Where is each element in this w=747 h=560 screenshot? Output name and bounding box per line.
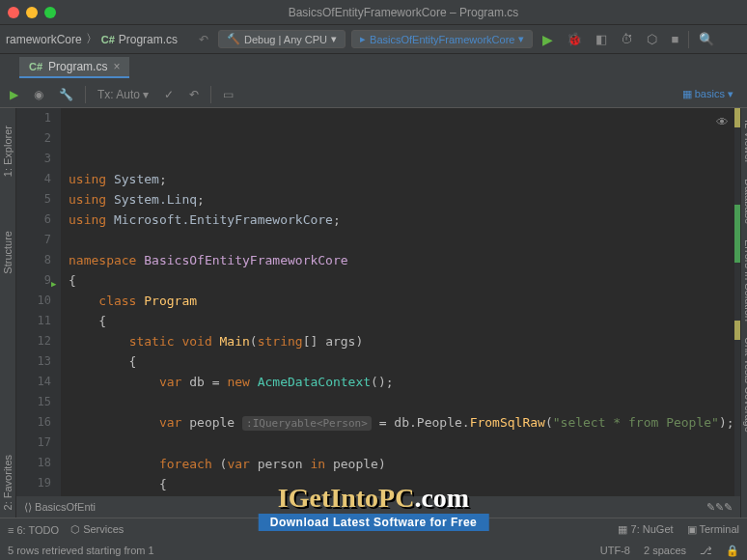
indent-selector[interactable]: 2 spaces [644,545,686,556]
close-tab-button[interactable]: × [113,60,120,73]
rollback-button[interactable]: ↶ [185,86,203,103]
tx-mode-selector[interactable]: Tx: Auto ▾ [94,86,152,103]
close-window-button[interactable] [8,7,19,18]
context-selector[interactable]: ▦ basics ▾ [682,88,733,100]
left-tool-tabs: 1: Explorer Structure 2: Favorites [0,108,16,518]
profile-button[interactable]: ⏱ [617,32,637,46]
attach-button[interactable]: ⬡ [643,32,661,46]
right-tool-tabs: IL Viewer Database Errors In Solution Un… [740,108,747,518]
run-button[interactable]: ▶ [539,32,557,47]
code-structure-icon: ⟨⟩ [24,501,32,514]
services-tab[interactable]: ⬡ Services [70,523,124,536]
breadcrumb[interactable]: rameworkCore 〉 C# Program.cs [6,31,178,47]
status-message: 5 rows retrieved starting from 1 [8,545,154,556]
run-config-selector[interactable]: ▸ BasicsOfEntityFrameworkCore ▾ [351,30,533,48]
nav-back-button[interactable]: ↶ [195,31,212,48]
inspections-icon[interactable]: 👁 [716,112,729,132]
debug-button[interactable]: 🐞 [563,32,586,46]
errors-tab[interactable]: Errors In Solution [741,232,747,329]
stop-query-button[interactable]: ◉ [30,86,47,103]
window-title: BasicsOfEntityFrameworkCore – Program.cs [68,6,739,19]
lock-icon[interactable]: 🔒 [726,545,739,557]
explorer-tab[interactable]: 1: Explorer [0,118,15,184]
settings-button[interactable]: 🔧 [55,86,77,103]
terminal-tab[interactable]: ▣ Terminal [687,523,739,536]
code-content[interactable]: 👁 using System;using System.Linq;using M… [61,108,734,496]
il-viewer-tab[interactable]: IL Viewer [741,112,747,171]
build-config-selector[interactable]: 🔨 Debug | Any CPU ▾ [218,30,346,48]
maximize-window-button[interactable] [44,7,56,18]
unit-tests-tab[interactable]: Unit Tests Coverage [741,329,747,440]
nuget-tab[interactable]: ▦ 7: NuGet [618,523,673,536]
error-stripe[interactable] [734,108,740,496]
file-tab[interactable]: C# Program.cs × [19,57,129,78]
db-toolbar: ▶ ◉ 🔧 Tx: Auto ▾ ✓ ↶ ▭ ▦ basics ▾ [0,81,747,108]
dropdown-icon: ▾ [518,33,524,45]
pencil-icons: ✎✎✎ [706,501,733,514]
dotnet-icon: ▸ [360,33,366,45]
stop-button[interactable]: ■ [667,32,682,46]
hammer-icon: 🔨 [227,33,240,45]
database-tab[interactable]: Database [741,171,747,232]
commit-button[interactable]: ✓ [160,86,178,103]
explain-button[interactable]: ▭ [219,86,237,103]
tab-label: Program.cs [48,60,107,73]
structure-tab[interactable]: Structure [0,223,15,282]
git-branch[interactable]: ⎇ [700,545,712,557]
breadcrumb-file: Program.cs [119,33,178,46]
status-message-bar: 5 rows retrieved starting from 1 UTF-8 2… [0,541,747,560]
encoding-selector[interactable]: UTF-8 [600,545,630,556]
search-button[interactable]: 🔍 [695,32,718,46]
dropdown-icon: ▾ [331,33,337,45]
coverage-button[interactable]: ◧ [592,32,611,46]
code-editor[interactable]: 12345678▶91011121314151617181920 👁 using… [16,108,740,496]
execute-button[interactable]: ▶ [6,86,22,103]
nav-bar: rameworkCore 〉 C# Program.cs ↶ 🔨 Debug |… [0,25,747,54]
favorites-tab[interactable]: 2: Favorites [0,447,15,518]
chevron-right-icon: 〉 [86,31,97,47]
watermark: IGetIntoPC.com Download Latest Software … [259,483,489,531]
title-bar: BasicsOfEntityFrameworkCore – Program.cs [0,0,747,25]
window-controls [8,7,56,18]
breadcrumb-project: rameworkCore [6,33,82,46]
todo-tab[interactable]: ≡ 6: TODO [8,524,59,536]
editor-tabs: C# Program.cs × [0,54,747,81]
csharp-file-icon: C# [29,61,42,72]
minimize-window-button[interactable] [26,7,38,18]
csharp-file-icon: C# [101,34,115,45]
line-numbers[interactable]: 12345678▶91011121314151617181920 [16,108,61,496]
